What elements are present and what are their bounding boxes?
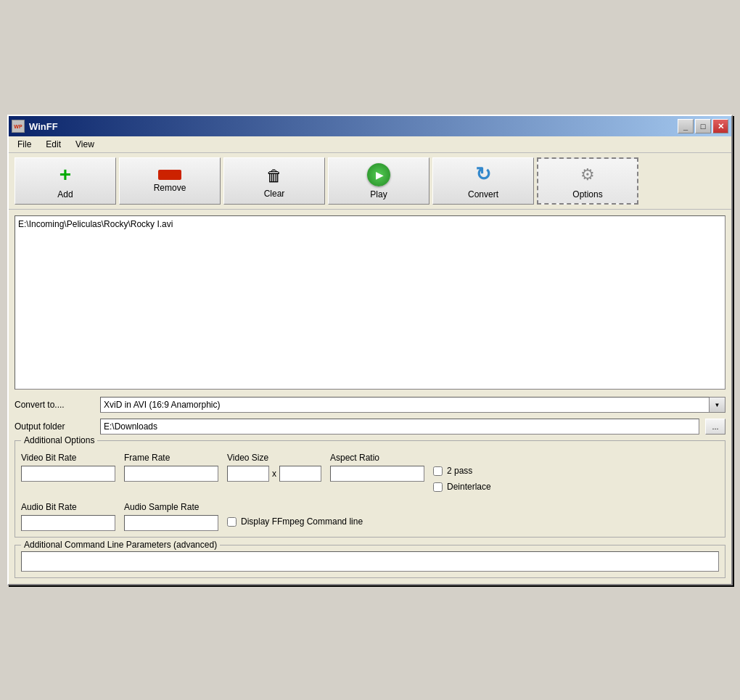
play-icon bbox=[367, 163, 390, 186]
title-bar: WinFF _ □ ✕ bbox=[9, 116, 731, 136]
title-bar-left: WinFF bbox=[12, 120, 58, 133]
additional-options-label: Additional Options bbox=[21, 435, 97, 445]
frame-rate-label: Frame Rate bbox=[124, 453, 218, 463]
output-folder-row: Output folder ... bbox=[15, 419, 725, 435]
two-pass-label: 2 pass bbox=[447, 466, 472, 476]
play-button[interactable]: Play bbox=[328, 157, 429, 205]
aspect-ratio-input[interactable] bbox=[330, 466, 424, 482]
add-label: Add bbox=[57, 189, 73, 199]
options-icon bbox=[576, 163, 599, 186]
convert-to-arrow[interactable] bbox=[710, 397, 725, 413]
play-label: Play bbox=[370, 189, 387, 199]
deinterlace-checkbox[interactable] bbox=[433, 482, 443, 492]
menu-edit[interactable]: Edit bbox=[40, 138, 67, 151]
menu-bar: File Edit View bbox=[9, 136, 731, 153]
convert-to-row: Convert to.... XviD in AVI (16:9 Anamorp… bbox=[15, 397, 725, 413]
aspect-ratio-group: Aspect Ratio bbox=[330, 453, 424, 482]
video-bit-rate-label: Video Bit Rate bbox=[21, 453, 115, 463]
output-folder-label: Output folder bbox=[15, 421, 94, 432]
clear-icon bbox=[266, 164, 282, 186]
two-pass-row: 2 pass bbox=[433, 466, 491, 476]
frame-rate-group: Frame Rate bbox=[124, 453, 218, 482]
two-pass-checkbox[interactable] bbox=[433, 466, 443, 476]
deinterlace-label: Deinterlace bbox=[447, 482, 491, 492]
add-icon bbox=[54, 163, 77, 186]
display-ffmpeg-checkbox[interactable] bbox=[227, 517, 237, 527]
convert-icon bbox=[472, 163, 495, 186]
maximize-button[interactable]: □ bbox=[695, 119, 711, 133]
menu-view[interactable]: View bbox=[70, 138, 100, 151]
audio-bit-rate-group: Audio Bit Rate bbox=[21, 502, 115, 531]
browse-button[interactable]: ... bbox=[705, 419, 725, 435]
options-content: Video Bit Rate Frame Rate Video Size x bbox=[21, 453, 719, 531]
deinterlace-row: Deinterlace bbox=[433, 482, 491, 492]
toolbar: Add Remove Clear Play Convert Options bbox=[9, 153, 731, 210]
display-ffmpeg-row: Display FFmpeg Command line bbox=[227, 516, 363, 527]
close-button[interactable]: ✕ bbox=[712, 119, 728, 133]
convert-label: Convert bbox=[468, 189, 498, 199]
audio-sample-rate-label: Audio Sample Rate bbox=[124, 502, 218, 512]
right-checkboxes: 2 pass Deinterlace bbox=[433, 453, 491, 495]
video-size-x: x bbox=[272, 469, 276, 479]
aspect-ratio-label: Aspect Ratio bbox=[330, 453, 424, 463]
advanced-section: Additional Command Line Parameters (adva… bbox=[15, 545, 725, 578]
video-size-inputs: x bbox=[227, 466, 321, 482]
file-list-entry: E:\Incoming\Peliculas\Rocky\Rocky I.avi bbox=[18, 219, 173, 229]
main-content: E:\Incoming\Peliculas\Rocky\Rocky I.avi … bbox=[9, 210, 731, 584]
output-folder-input[interactable] bbox=[100, 419, 699, 435]
video-width-input[interactable] bbox=[227, 466, 269, 482]
options-button[interactable]: Options bbox=[537, 157, 638, 205]
file-list[interactable]: E:\Incoming\Peliculas\Rocky\Rocky I.avi bbox=[15, 215, 725, 390]
advanced-label: Additional Command Line Parameters (adva… bbox=[21, 540, 220, 550]
frame-rate-input[interactable] bbox=[124, 466, 218, 482]
convert-to-label: Convert to.... bbox=[15, 400, 94, 410]
display-ffmpeg-container: Display FFmpeg Command line bbox=[227, 516, 363, 531]
title-bar-buttons: _ □ ✕ bbox=[678, 119, 728, 133]
add-button[interactable]: Add bbox=[15, 157, 116, 205]
clear-button[interactable]: Clear bbox=[223, 157, 325, 205]
main-window: WinFF _ □ ✕ File Edit View Add Remove Cl… bbox=[7, 115, 733, 585]
convert-button[interactable]: Convert bbox=[432, 157, 534, 205]
options-label: Options bbox=[572, 189, 602, 199]
video-bit-rate-group: Video Bit Rate bbox=[21, 453, 115, 482]
menu-file[interactable]: File bbox=[12, 138, 37, 151]
audio-bit-rate-label: Audio Bit Rate bbox=[21, 502, 115, 512]
audio-bit-rate-input[interactable] bbox=[21, 515, 115, 531]
convert-to-select[interactable]: XviD in AVI (16:9 Anamorphic) XviD in AV… bbox=[100, 397, 710, 413]
video-bit-rate-input[interactable] bbox=[21, 466, 115, 482]
remove-button[interactable]: Remove bbox=[119, 157, 221, 205]
app-icon bbox=[12, 120, 25, 133]
display-ffmpeg-label: Display FFmpeg Command line bbox=[241, 516, 363, 527]
convert-to-wrapper: XviD in AVI (16:9 Anamorphic) XviD in AV… bbox=[100, 397, 725, 413]
audio-sample-rate-input[interactable] bbox=[124, 515, 218, 531]
minimize-button[interactable]: _ bbox=[678, 119, 694, 133]
window-title: WinFF bbox=[29, 121, 58, 132]
remove-label: Remove bbox=[154, 183, 186, 193]
advanced-input[interactable] bbox=[21, 551, 719, 572]
remove-icon bbox=[158, 170, 181, 180]
audio-sample-rate-group: Audio Sample Rate bbox=[124, 502, 218, 531]
video-height-input[interactable] bbox=[279, 466, 321, 482]
additional-options-group: Additional Options Video Bit Rate Frame … bbox=[15, 440, 725, 538]
video-size-label: Video Size bbox=[227, 453, 321, 463]
video-size-group: Video Size x bbox=[227, 453, 321, 482]
clear-label: Clear bbox=[264, 189, 285, 199]
